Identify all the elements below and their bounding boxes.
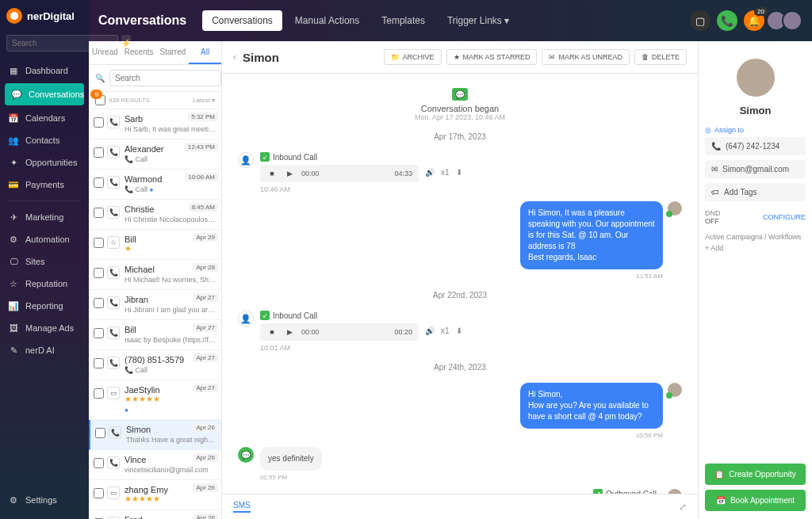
tab-templates[interactable]: Templates [372, 10, 435, 31]
play-icon[interactable]: ▶ [284, 326, 295, 338]
chat-body[interactable]: 💬 Conversation began Mon, Apr 17 2023, 1… [222, 74, 698, 494]
book-appointment-button[interactable]: 📅Book Appointment [705, 490, 806, 511]
stop-icon[interactable]: ■ [266, 326, 278, 338]
conversation-item[interactable]: ☆Bill★Apr 29 [89, 230, 221, 260]
conversation-item[interactable]: ▭Fred★★★★★Apr 26 [89, 510, 221, 519]
conversation-item[interactable]: ▭zhang Emy★★★★★Apr 26 [89, 480, 221, 510]
create-opportunity-button[interactable]: 📋Create Opportunity [705, 464, 806, 485]
call-label: ↗Outbound Call [593, 489, 657, 494]
chevron-down-icon: ▾ [504, 15, 509, 26]
nav-sites[interactable]: 🖵Sites [0, 250, 89, 273]
nav-conversations[interactable]: 💬Conversations9 [5, 83, 84, 105]
message-timestamp: 10:58 PM [636, 432, 663, 439]
topbar-notifications-icon[interactable]: 🔔20 [744, 10, 764, 31]
conversation-checkbox[interactable] [94, 328, 104, 338]
conversation-item[interactable]: ▭JaeStylin★★★★★●Apr 27 [89, 380, 221, 420]
input-channel-tab[interactable]: SMS [233, 501, 251, 513]
nav-reputation[interactable]: ☆Reputation [0, 273, 89, 295]
conversation-item[interactable]: 📞BillIsaac by Bespoke (https://firebasAp… [89, 320, 221, 350]
call-label: ↙Inbound Call [260, 152, 462, 162]
channel-icon: 📞 [107, 146, 120, 158]
mark-unread-button[interactable]: ✉MARK AS UNREAD [542, 49, 630, 65]
nav-nerd-ai[interactable]: ✎nerD AI [0, 339, 89, 361]
inbound-message: 💬yes definitely01:55 PM [238, 447, 682, 481]
add-tags-field[interactable]: 🏷Add Tags [705, 183, 806, 201]
tab-manual-actions[interactable]: Manual Actions [285, 10, 369, 31]
add-campaign-link[interactable]: + Add [705, 244, 806, 252]
channel-icon: 📞 [107, 176, 120, 189]
conversation-checkbox[interactable] [94, 117, 104, 128]
mark-starred-button[interactable]: ★MARK AS STARRED [446, 49, 538, 65]
conversation-checkbox[interactable] [94, 298, 104, 308]
global-search-lightning-button[interactable]: ⚡ [121, 35, 131, 52]
global-search-input[interactable] [6, 35, 118, 52]
conversation-preview: Hi Christie Nicolacopoulos, Your c [124, 216, 216, 223]
download-icon[interactable]: ⬇ [456, 326, 462, 335]
conversation-item[interactable]: 📞SarbHi Sarb, It was great meeting you5:… [89, 109, 221, 139]
nav-marketing[interactable]: ✈Marketing [0, 206, 89, 228]
nav-payments[interactable]: 💳Payments [0, 174, 89, 196]
conversation-search-input[interactable] [109, 70, 221, 86]
nav-calendars[interactable]: 📅Calendars [0, 107, 89, 129]
conversation-checkbox[interactable] [95, 428, 105, 438]
play-icon[interactable]: ▶ [284, 168, 295, 179]
chat-icon: 💬 [11, 89, 22, 100]
volume-icon[interactable]: 🔊 [425, 168, 435, 177]
conversation-item[interactable]: 📞Alexander📞 Call12:43 PM [89, 139, 221, 170]
nav-settings[interactable]: ⚙Settings [0, 489, 89, 511]
clipboard-icon: 📋 [714, 470, 724, 479]
conversation-time: Apr 27 [193, 353, 218, 362]
conversation-item[interactable]: 📞(780) 851-3579📞 CallApr 27 [89, 350, 221, 380]
list-tab-starred[interactable]: Starred [157, 41, 190, 64]
conversation-preview: Hi Michael! No worries, Shabbat S [124, 276, 216, 284]
pencil-icon: ✎ [8, 345, 19, 356]
conversation-checkbox[interactable] [94, 488, 104, 498]
nav-reporting[interactable]: 📊Reporting [0, 295, 89, 317]
topbar-app-icon[interactable]: ▢ [690, 10, 710, 31]
conversation-checkbox[interactable] [94, 268, 104, 278]
automation-icon: ⚙ [8, 234, 19, 245]
conversation-checkbox[interactable] [94, 177, 104, 188]
nav-contacts[interactable]: 👥Contacts [0, 129, 89, 151]
speed-icon[interactable]: x1 [441, 168, 450, 177]
back-icon[interactable]: ‹ [233, 52, 236, 63]
dnd-configure-link[interactable]: CONFIGURE [763, 213, 806, 221]
audio-duration: 00:20 [394, 328, 412, 336]
archive-button[interactable]: 📁ARCHIVE [384, 49, 442, 65]
gear-icon: ⚙ [8, 494, 19, 506]
conversation-item[interactable]: 📞MichaelHi Michael! No worries, Shabbat … [89, 260, 221, 290]
nav-manage-ads[interactable]: 🖼Manage Ads [0, 317, 89, 339]
expand-input-icon[interactable]: ⤢ [679, 502, 687, 513]
nav-dashboard[interactable]: ▦Dashboard [0, 59, 89, 82]
audio-player[interactable]: ■▶00:0000:20 [260, 323, 419, 341]
contact-phone-field[interactable]: 📞(647) 242-1234 [705, 137, 806, 155]
nav-automation[interactable]: ⚙Automation [0, 228, 89, 250]
conversation-item[interactable]: 📞Vincevincetsiciliano@gmail.comApr 26 [89, 450, 221, 480]
volume-icon[interactable]: 🔊 [425, 326, 435, 335]
conversation-item[interactable]: 📞JibranHi Jibran! I am glad you are busy… [89, 290, 221, 320]
conversation-checkbox[interactable] [94, 147, 104, 158]
stop-icon[interactable]: ■ [266, 168, 278, 179]
conversation-checkbox[interactable] [94, 208, 104, 218]
topbar-call-icon[interactable]: 📞 [717, 10, 737, 31]
outbound-call: ↗Outbound Call■▶00:0014:22🔊x1⬇04:10 PM [238, 489, 682, 494]
conversation-item[interactable]: 📞ChristieHi Christie Nicolacopoulos, You… [89, 200, 221, 230]
conversation-item[interactable]: 📞Warmond📞 Call ●10:06 AM [89, 170, 221, 200]
download-icon[interactable]: ⬇ [456, 168, 462, 177]
delete-button[interactable]: 🗑DELETE [634, 49, 687, 65]
conversation-checkbox[interactable] [94, 358, 104, 368]
tab-conversations[interactable]: Conversations [202, 10, 282, 31]
sort-dropdown[interactable]: Latest ▾ [193, 97, 215, 104]
topbar-avatars[interactable] [771, 10, 802, 31]
chat-input-bar: SMS ⤢ [222, 494, 698, 519]
list-tab-all[interactable]: All [189, 41, 221, 64]
conversation-item[interactable]: 📞SimonThanks Have a great night, pleasAp… [89, 420, 221, 450]
contact-email-field[interactable]: ✉Simon@gmail.com [705, 160, 806, 178]
tab-trigger-links[interactable]: Trigger Links ▾ [438, 10, 519, 31]
conversation-checkbox[interactable] [94, 388, 104, 399]
conversation-checkbox[interactable] [94, 458, 104, 468]
conversation-checkbox[interactable] [94, 238, 104, 248]
nav-opportunities[interactable]: ✦Opportunities [0, 151, 89, 174]
speed-icon[interactable]: x1 [441, 326, 450, 335]
audio-player[interactable]: ■▶00:0004:33 [260, 165, 419, 182]
